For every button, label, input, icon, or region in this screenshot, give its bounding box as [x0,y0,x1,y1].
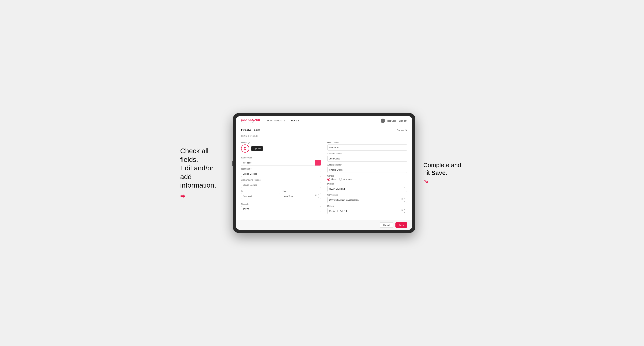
city-label: City [241,190,280,192]
city-state-row: City State New York ✕ ⌃⌄ [241,190,321,199]
tablet-screen: SCOREBOARD Powered by clippi TOURNAMENTS… [236,116,412,230]
gender-mens-radio[interactable]: Mens [327,178,336,181]
zip-code-group: Zip code [241,203,321,212]
color-field-wrap [241,160,321,166]
section-label: TEAM DETAILS [241,135,407,139]
right-column: Head Coach Assistant Coach Athletic Dire… [327,142,407,216]
assistant-coach-label: Assistant Coach [327,153,407,155]
modal-footer: Cancel Save [236,220,412,230]
modal-content: Create Team Cancel ✕ TEAM DETAILS Team l… [236,125,412,220]
gender-label: Gender [327,175,407,177]
state-expand-icon[interactable]: ⌃⌄ [318,194,319,198]
display-name-label: Display name (unique) [241,179,321,181]
division-select-wrap: NCAA Division III ⌃⌄ [327,186,407,192]
complete-text: Complete and hit Save. [424,161,464,176]
nav-bar: SCOREBOARD Powered by clippi TOURNAMENTS… [236,116,412,125]
tablet-device: SCOREBOARD Powered by clippi TOURNAMENTS… [233,113,415,233]
nav-tabs: TOURNAMENTS TEAMS [264,116,302,125]
tab-teams[interactable]: TEAMS [288,116,302,125]
left-column: Team logo C Upload Team colour [241,142,321,216]
head-coach-label: Head Coach [327,142,407,144]
logo-area: C Upload [241,145,321,153]
form-grid: Team logo C Upload Team colour [241,142,407,216]
logo-circle: C [241,145,249,153]
zip-label: Zip code [241,203,321,205]
womens-radio-dot[interactable] [339,178,342,181]
region-expand-icon[interactable]: ⌃⌄ [404,209,405,213]
team-logo-group: Team logo C Upload [241,142,321,155]
upload-button[interactable]: Upload [251,146,263,151]
state-clear-icon[interactable]: ✕ [315,194,317,198]
state-group: State New York ✕ ⌃⌄ [282,190,321,199]
region-clear-icon[interactable]: ✕ [401,209,403,213]
gender-womens-radio[interactable]: Womens [339,178,352,181]
left-annotation: Check all fields.Edit and/or addinformat… [180,147,225,199]
right-annotation: Complete and hit Save. ↘ [424,161,464,185]
region-group: Region Region II - (M) DIII ✕ ⌃⌄ [327,205,407,214]
athletic-director-label: Athletic Director [327,164,407,166]
nav-right: Test User | Sign out [381,119,407,123]
mens-radio-dot[interactable] [327,178,330,181]
conference-label: Conference [327,194,407,196]
nav-logo: SCOREBOARD Powered by clippi [241,119,260,123]
assistant-coach-group: Assistant Coach [327,153,407,162]
head-coach-input[interactable] [327,145,407,151]
team-name-input[interactable] [241,171,321,177]
team-colour-input[interactable] [241,160,315,166]
cancel-button[interactable]: Cancel [380,222,394,228]
team-name-group: Team name [241,168,321,177]
team-colour-label: Team colour [241,157,321,159]
state-select[interactable]: New York ✕ ⌃⌄ [282,193,321,199]
conference-select[interactable]: University Athletic Association ✕ ⌃⌄ [327,197,407,203]
division-select[interactable]: NCAA Division III [327,186,407,192]
city-group: City [241,190,280,199]
city-input[interactable] [241,193,280,199]
sign-out-link[interactable]: Sign out [399,120,407,122]
page-title: Create Team [241,129,260,132]
user-avatar [381,119,385,123]
team-colour-group: Team colour [241,157,321,166]
gender-group: Gender Mens Womens [327,175,407,181]
region-select[interactable]: Region II - (M) DIII ✕ ⌃⌄ [327,208,407,214]
assistant-coach-input[interactable] [327,156,407,162]
athletic-director-input[interactable] [327,167,407,173]
division-label: Division [327,183,407,185]
tablet-side-button [232,161,233,166]
conference-group: Conference University Athletic Associati… [327,194,407,203]
cancel-x-button[interactable]: Cancel ✕ [397,129,407,132]
head-coach-group: Head Coach [327,142,407,151]
gender-radio-group: Mens Womens [327,178,407,181]
athletic-director-group: Athletic Director [327,164,407,173]
nav-user: Test User | [387,120,397,122]
arrow-down-icon: ↘ [424,178,464,185]
nav-logo-sub: Powered by clippi [241,121,260,123]
team-name-label: Team name [241,168,321,170]
team-logo-label: Team logo [241,142,321,144]
display-name-group: Display name (unique) [241,179,321,188]
tab-tournaments[interactable]: TOURNAMENTS [264,116,288,125]
conference-expand-icon[interactable]: ⌃⌄ [404,198,405,202]
arrow-right-icon: ➡ [180,193,225,199]
page-header: Create Team Cancel ✕ [241,129,407,132]
zip-input[interactable] [241,206,321,212]
save-button[interactable]: Save [396,222,407,228]
region-label: Region [327,205,407,207]
display-name-input[interactable] [241,182,321,188]
state-label: State [282,190,321,192]
check-fields-text: Check all fields.Edit and/or addinformat… [180,147,225,189]
color-swatch[interactable] [315,160,321,166]
division-group: Division NCAA Division III ⌃⌄ [327,183,407,192]
conference-clear-icon[interactable]: ✕ [401,198,403,202]
